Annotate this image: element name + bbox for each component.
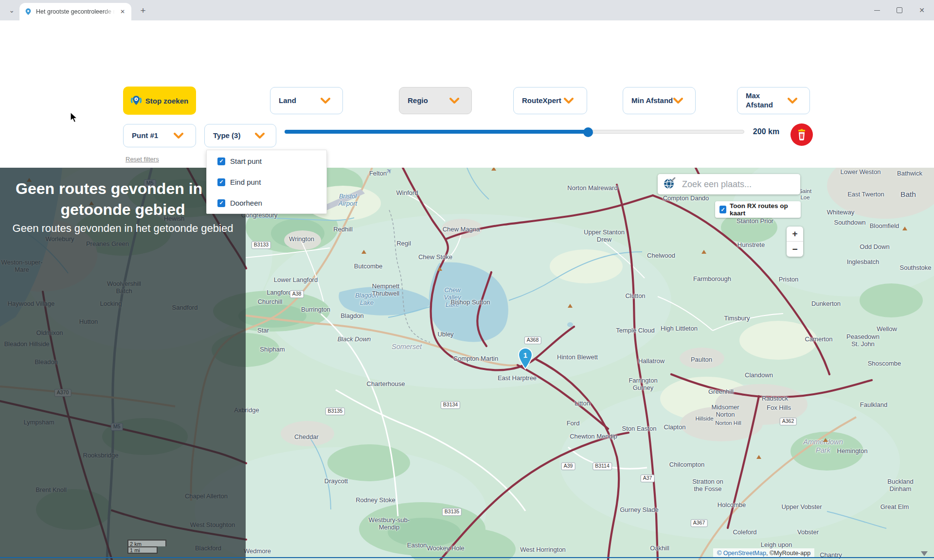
checkbox-checked-icon[interactable]: ✓: [217, 178, 225, 186]
stop-search-button[interactable]: Stop zoeken: [123, 87, 196, 115]
route-marker[interactable]: 1: [517, 348, 534, 372]
map-scale: 2 km 1 mi: [127, 540, 166, 554]
filter-dropdown-max-afstand[interactable]: Max Afstand: [737, 87, 810, 114]
window-maximize-button[interactable]: [888, 0, 911, 20]
filter-dropdown-regio[interactable]: Regio: [399, 87, 472, 114]
browser-toolbar: ← → ⟳ myrouteapp.com/nl/library/countrie…: [0, 20, 934, 39]
trash-icon: [796, 129, 807, 140]
type-dropdown-label: Type (3): [205, 131, 255, 140]
map-canvas[interactable]: FeltonWinfordBristol AirportNorton Malre…: [0, 168, 934, 560]
tab-favicon-pin-icon: [24, 8, 32, 16]
osm-attribution-link[interactable]: © OpenStreetMap: [717, 550, 766, 557]
zoom-out-button[interactable]: −: [787, 242, 803, 257]
checkbox-checked-icon[interactable]: ✓: [217, 199, 225, 207]
rx-routes-toggle[interactable]: ✓ Toon RX routes op kaart: [715, 201, 801, 218]
distance-slider[interactable]: [285, 128, 744, 136]
app-header: MRA Routeplanner By MyRoute-app Routelab…: [0, 39, 934, 79]
no-routes-subtitle: Geen routes gevonden in het getoonde geb…: [0, 222, 246, 235]
chevron-down-icon: [673, 98, 689, 104]
scale-mi: 1 mi: [127, 546, 158, 554]
browser-tab[interactable]: Het grootste gecontroleerde ro ✕: [19, 3, 131, 20]
rx-routes-checkbox[interactable]: ✓: [719, 206, 726, 213]
stop-search-label: Stop zoeken: [145, 97, 188, 105]
tab-title: Het grootste gecontroleerde ro: [36, 8, 115, 15]
reset-filters-link[interactable]: Reset filters: [126, 156, 159, 163]
type-option-start-punt[interactable]: ✓Start punt: [217, 157, 262, 165]
place-search-box[interactable]: [658, 174, 800, 194]
place-search-input[interactable]: [681, 179, 796, 190]
no-routes-overlay: Geen routes gevonden in het getoonde geb…: [0, 168, 246, 560]
filter-dropdown-routexpert[interactable]: RouteXpert: [513, 87, 587, 114]
globe-search-icon: [663, 176, 676, 192]
scale-km: 2 km: [127, 540, 166, 546]
punt-dropdown-label: Punt #1: [124, 131, 174, 140]
page-bottom-border: [0, 557, 934, 558]
chevron-down-icon: [174, 133, 190, 139]
resize-corner-icon: [921, 551, 928, 556]
window-minimize-button[interactable]: [866, 0, 888, 20]
filter-dropdown-land[interactable]: Land: [270, 87, 343, 114]
stop-search-pin-icon: [131, 95, 142, 106]
chevron-down-icon: [321, 98, 337, 104]
rx-routes-label: Toon RX routes op kaart: [730, 202, 796, 217]
punt-dropdown[interactable]: Punt #1: [123, 124, 196, 147]
filter-bar: Stop zoeken LandRegioRouteXpertMin Afsta…: [0, 79, 934, 168]
browser-tab-bar: ⌄ Het grootste gecontroleerde ro ✕ + ✕: [0, 0, 934, 20]
slider-fill: [285, 130, 588, 134]
tab-search-chevron-icon[interactable]: ⌄: [6, 5, 18, 17]
route-marker-number: 1: [523, 351, 527, 359]
chevron-down-icon: [449, 98, 466, 104]
delete-filter-button[interactable]: [790, 123, 813, 146]
type-option-doorheen[interactable]: ✓Doorheen: [217, 199, 262, 207]
chevron-down-icon: [255, 133, 271, 139]
chevron-down-icon: [788, 98, 804, 104]
map-attribution: © OpenStreetMap, ©MyRoute-app: [713, 548, 814, 558]
type-dropdown-panel: ✓Start punt✓Eind punt✓Doorheen: [206, 150, 327, 214]
type-option-eind-punt[interactable]: ✓Eind punt: [217, 178, 261, 186]
tab-close-icon[interactable]: ✕: [119, 8, 126, 15]
chevron-down-icon: [564, 98, 580, 104]
window-close-button[interactable]: ✕: [911, 0, 933, 20]
mra-attribution: , ©MyRoute-app: [766, 550, 810, 557]
new-tab-button[interactable]: +: [137, 5, 149, 17]
distance-value: 200 km: [749, 127, 783, 136]
map-zoom-control: + −: [787, 227, 803, 257]
type-dropdown[interactable]: Type (3): [204, 124, 276, 147]
zoom-in-button[interactable]: +: [787, 227, 803, 242]
checkbox-checked-icon[interactable]: ✓: [217, 158, 225, 165]
filter-dropdown-min-afstand[interactable]: Min Afstand: [623, 87, 696, 114]
slider-thumb[interactable]: [583, 127, 593, 137]
